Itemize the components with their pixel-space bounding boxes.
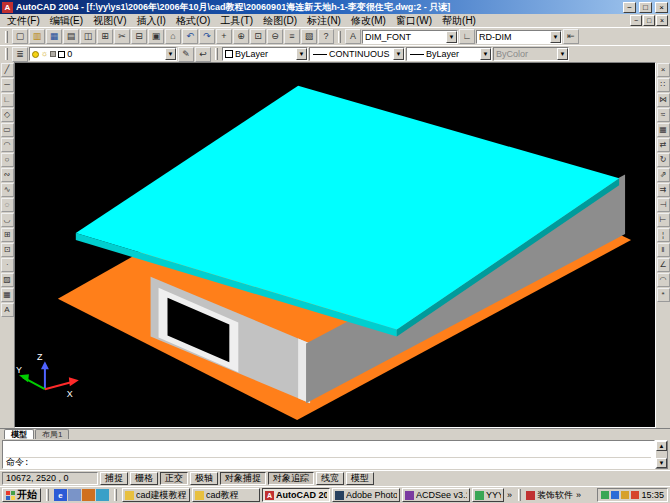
scale-button[interactable]: ⇗ (657, 168, 670, 182)
menu-window[interactable]: 窗口(W) (391, 14, 437, 27)
polygon-button[interactable]: ◇ (1, 108, 14, 122)
toolbar-grip[interactable] (5, 48, 8, 60)
doc-close-button[interactable]: × (656, 15, 668, 26)
status-toggle-ortho[interactable]: 正交 (160, 472, 188, 485)
taskbar-overflow-chevron[interactable]: » (506, 490, 513, 500)
doc-restore-button[interactable]: □ (643, 15, 655, 26)
menu-tools[interactable]: 工具(T) (215, 14, 258, 27)
fillet-button[interactable]: ◠ (657, 273, 670, 287)
maximize-button[interactable]: □ (639, 2, 652, 13)
make-object-layer-current-button[interactable]: ✎ (178, 47, 194, 62)
region-button[interactable]: ▦ (1, 288, 14, 302)
layer-properties-button[interactable]: ≣ (12, 47, 28, 62)
dropdown-arrow-icon[interactable]: ▼ (550, 31, 561, 43)
plot-button[interactable]: ▤ (63, 29, 79, 44)
task-cad-modeling-tutorial[interactable]: cad建模教程 (122, 488, 190, 502)
dim-style-button[interactable]: ∟ (459, 29, 475, 44)
move-button[interactable]: ⇄ (657, 138, 670, 152)
paste-button[interactable]: ▣ (148, 29, 164, 44)
command-scrollbar[interactable]: ▲ ▼ (655, 440, 668, 469)
media-player-icon[interactable] (82, 489, 95, 501)
coordinate-readout[interactable]: 10672, 2520 , 0 (2, 472, 98, 485)
dim-style-combo[interactable]: RD-DIM ▼ (476, 30, 562, 44)
text-style-button[interactable]: A (345, 29, 361, 44)
pan-button[interactable]: + (216, 29, 232, 44)
show-desktop-icon[interactable] (68, 489, 81, 501)
dim-update-button[interactable]: ⇤ (563, 29, 579, 44)
array-button[interactable]: ▦ (657, 123, 670, 137)
task-cad-tutorial[interactable]: cad教程 (192, 488, 260, 502)
status-toggle-polar[interactable]: 极轴 (190, 472, 218, 485)
status-toggle-snap[interactable]: 捕捉 (100, 472, 128, 485)
linetype-combo[interactable]: CONTINUOUS ▼ (309, 47, 405, 61)
hatch-button[interactable]: ▨ (1, 273, 14, 287)
band-chevron[interactable]: » (575, 490, 582, 500)
zoom-window-button[interactable]: ⊡ (250, 29, 266, 44)
undo-button[interactable]: ↶ (182, 29, 198, 44)
rectangle-button[interactable]: ▭ (1, 123, 14, 137)
toolbar-grip[interactable] (215, 48, 218, 60)
layer-combo[interactable]: ☼ 0 ▼ (29, 47, 177, 61)
scroll-up-icon[interactable]: ▲ (656, 441, 667, 451)
point-button[interactable]: ∙ (1, 258, 14, 272)
dropdown-arrow-icon[interactable]: ▼ (480, 48, 491, 60)
designcenter-button[interactable]: ▧ (301, 29, 317, 44)
layer-on-icon[interactable] (32, 51, 39, 58)
menu-insert[interactable]: 插入(I) (131, 14, 170, 27)
save-button[interactable]: ▦ (46, 29, 62, 44)
status-toggle-model-space[interactable]: 模型 (346, 472, 374, 485)
status-toggle-lwt[interactable]: 线宽 (316, 472, 344, 485)
menu-dimension[interactable]: 标注(N) (302, 14, 346, 27)
spline-button[interactable]: ∿ (1, 183, 14, 197)
revision-cloud-button[interactable]: ∾ (1, 168, 14, 182)
stretch-button[interactable]: ⇉ (657, 183, 670, 197)
help-button[interactable]: ? (318, 29, 334, 44)
dropdown-arrow-icon[interactable]: ▼ (296, 48, 307, 60)
drawing-area[interactable]: Z Y X (14, 62, 656, 428)
task-yyy[interactable]: YYY (472, 488, 504, 502)
menu-view[interactable]: 视图(V) (88, 14, 131, 27)
status-toggle-osnap[interactable]: 对象捕捉 (220, 472, 266, 485)
arc-button[interactable]: ◠ (1, 138, 14, 152)
toolbar-grip[interactable] (338, 31, 341, 43)
line-button[interactable]: ╱ (1, 63, 14, 77)
menu-modify[interactable]: 修改(M) (346, 14, 391, 27)
open-button[interactable]: ▥ (29, 29, 45, 44)
menu-draw[interactable]: 绘图(D) (258, 14, 302, 27)
dropdown-arrow-icon[interactable]: ▼ (446, 31, 457, 43)
menu-format[interactable]: 格式(O) (171, 14, 215, 27)
tab-model[interactable]: 模型 (4, 429, 34, 439)
dropdown-arrow-icon[interactable]: ▼ (165, 48, 176, 60)
chamfer-button[interactable]: ∠ (657, 258, 670, 272)
close-button[interactable]: × (655, 2, 668, 13)
tab-layout1[interactable]: 布局1 (35, 429, 69, 439)
toolbar-grip[interactable] (5, 31, 8, 43)
status-toggle-grid[interactable]: 栅格 (130, 472, 158, 485)
folders-icon[interactable] (96, 489, 109, 501)
properties-button[interactable]: ≡ (284, 29, 300, 44)
new-button[interactable]: ▢ (12, 29, 28, 44)
minimize-button[interactable]: − (623, 2, 636, 13)
internet-explorer-icon[interactable]: e (54, 489, 67, 501)
start-button[interactable]: 开始 (2, 488, 41, 502)
extend-button[interactable]: ⊢ (657, 213, 670, 227)
redo-button[interactable]: ↷ (199, 29, 215, 44)
match-properties-button[interactable]: ⌂ (165, 29, 181, 44)
scroll-down-icon[interactable]: ▼ (656, 458, 667, 468)
text-style-combo[interactable]: DIM_FONT ▼ (362, 30, 458, 44)
make-block-button[interactable]: ⊡ (1, 243, 14, 257)
layer-freeze-icon[interactable]: ☼ (41, 50, 48, 58)
layer-lock-icon[interactable] (50, 51, 56, 57)
cut-button[interactable]: ✂ (114, 29, 130, 44)
status-toggle-otrack[interactable]: 对象追踪 (268, 472, 314, 485)
break-at-point-button[interactable]: ¦ (657, 228, 670, 242)
task-photoshop[interactable]: Adobe Photo... (332, 488, 400, 502)
mirror-button[interactable]: ⋈ (657, 93, 670, 107)
offset-button[interactable]: ≈ (657, 108, 670, 122)
construction-line-button[interactable]: ─ (1, 78, 14, 92)
command-prompt[interactable]: 命令: (6, 457, 651, 467)
publish-button[interactable]: ⊞ (97, 29, 113, 44)
zoom-realtime-button[interactable]: ⊕ (233, 29, 249, 44)
task-autocad[interactable]: AAutoCAD 200... (262, 488, 330, 502)
plot-preview-button[interactable]: ◫ (80, 29, 96, 44)
